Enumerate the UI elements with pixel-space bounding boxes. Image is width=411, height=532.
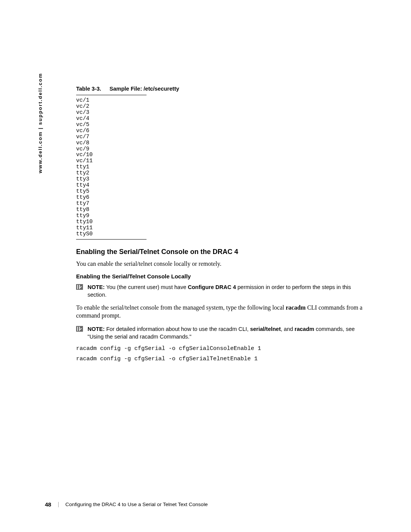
body-bold: racadm [286, 304, 306, 311]
table-row: tty4 [76, 182, 147, 189]
note-bold: Configure DRAC 4 [188, 284, 236, 290]
section-heading: Enabling the Serial/Telnet Console on th… [76, 248, 365, 256]
table-row: vc/10 [76, 152, 147, 158]
note-icon [76, 284, 83, 290]
command-line: racadm config -g cfgSerial -o cfgSerialT… [76, 356, 365, 362]
table-row: vc/4 [76, 116, 147, 122]
note-label: NOTE: [88, 284, 105, 290]
note-label: NOTE: [88, 326, 105, 332]
table-row: tty11 [76, 225, 147, 231]
chapter-title: Configuring the DRAC 4 to Use a Serial o… [65, 502, 208, 507]
note-block: NOTE: For detailed information about how… [76, 325, 365, 341]
table-row: tty2 [76, 170, 147, 176]
page-content: Table 3-3. Sample File: /etc/securetty v… [76, 86, 365, 366]
table-row: tty1 [76, 164, 147, 170]
table-row: vc/6 [76, 128, 147, 134]
note-text: NOTE: For detailed information about how… [88, 325, 365, 341]
note-pre: You (the current user) must have [105, 284, 188, 290]
table-row: ttyS0 [76, 231, 147, 237]
table-row: tty5 [76, 189, 147, 195]
table-row: tty6 [76, 195, 147, 201]
note-mono: racadm [218, 326, 237, 332]
note-icon [76, 326, 83, 332]
table-row: vc/1 [76, 97, 147, 104]
table-row: tty8 [76, 207, 147, 213]
section-intro: You can enable the serial/telnet console… [76, 260, 365, 268]
note-block: NOTE: You (the current user) must have C… [76, 283, 365, 299]
table-row: vc/11 [76, 158, 147, 164]
page-number: 48 [45, 501, 51, 508]
table-title: Sample File: /etc/securetty [110, 86, 179, 92]
table-row: tty9 [76, 213, 147, 219]
note-text: NOTE: You (the current user) must have C… [88, 283, 365, 299]
body-paragraph: To enable the serial/telnet console from… [76, 304, 365, 320]
table-caption: Table 3-3. Sample File: /etc/securetty [76, 86, 365, 92]
table-row: vc/7 [76, 134, 147, 140]
note-mid: , and [281, 326, 295, 332]
table-row: vc/8 [76, 140, 147, 146]
table-row: tty3 [76, 176, 147, 182]
note-bold: serial/telnet [250, 326, 281, 332]
command-line: racadm config -g cfgSerial -o cfgSerialC… [76, 345, 365, 352]
table-row: vc/2 [76, 104, 147, 110]
table-row: vc/3 [76, 110, 147, 116]
table-row: tty10 [76, 219, 147, 225]
note-pre: For detailed information about how to us… [105, 326, 218, 332]
footer-divider [58, 502, 59, 507]
subsection-heading: Enabling the Serial/Telnet Console Local… [76, 273, 365, 280]
sidebar-url: www.dell.com | support.dell.com [37, 73, 43, 173]
table-row: tty7 [76, 201, 147, 207]
table-row: vc/9 [76, 146, 147, 152]
page-footer: 48 Configuring the DRAC 4 to Use a Seria… [45, 501, 208, 508]
securetty-table: vc/1 vc/2 vc/3 vc/4 vc/5 vc/6 vc/7 vc/8 … [76, 95, 147, 240]
note-mid: CLI, [237, 326, 250, 332]
table-label: Table 3-3. [76, 86, 101, 92]
body-pre: To enable the serial/telnet console from… [76, 304, 286, 311]
note-bold: racadm [295, 326, 314, 332]
table-row: vc/5 [76, 122, 147, 128]
